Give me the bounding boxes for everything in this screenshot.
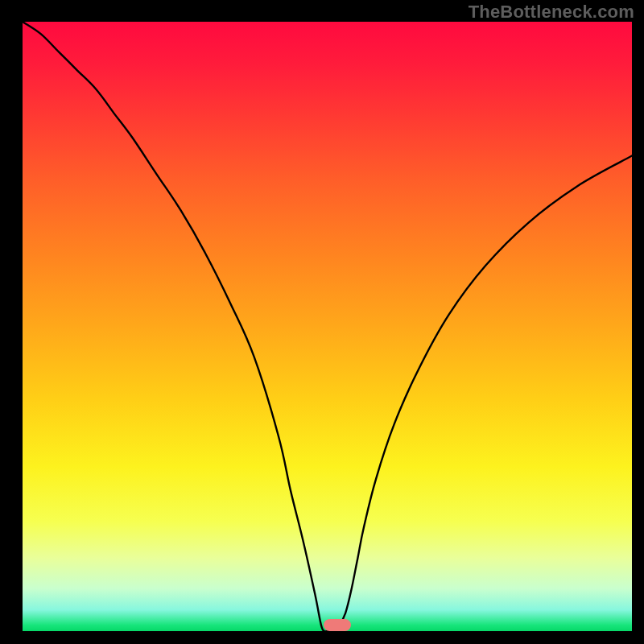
bottleneck-curve [23, 22, 632, 631]
optimal-marker [324, 619, 351, 631]
bottleneck-curve-path [23, 22, 632, 631]
watermark-text: TheBottleneck.com [469, 2, 634, 23]
chart-frame: TheBottleneck.com [0, 0, 644, 644]
plot-area [23, 22, 632, 631]
